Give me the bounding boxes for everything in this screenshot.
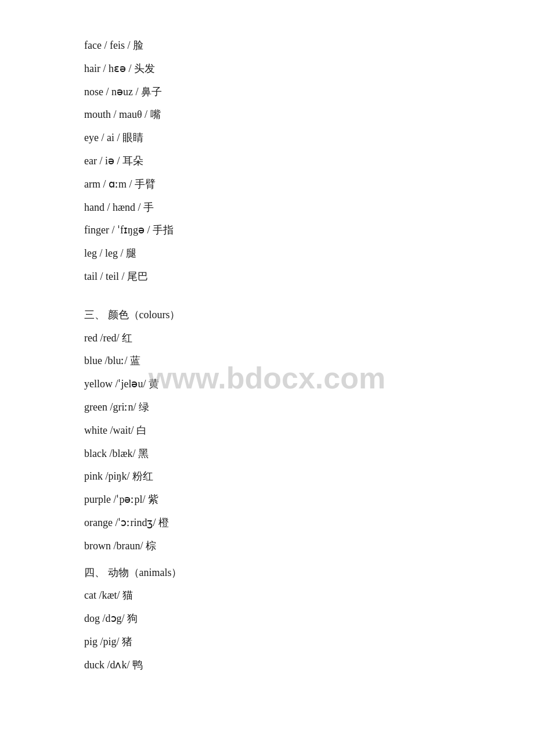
vocab-purple: purple /ˈpəːpl/ 紫 xyxy=(84,489,450,511)
vocab-arm: arm / ɑːm / 手臂 xyxy=(84,174,450,196)
vocab-duck: duck /dʌk/ 鸭 xyxy=(84,654,450,676)
vocab-green: green /griːn/ 绿 xyxy=(84,397,450,419)
vocab-pig: pig /pig/ 猪 xyxy=(84,631,450,653)
vocab-cat: cat /kæt/ 猫 xyxy=(84,585,450,607)
page-container: face / feis / 脸 hair / hɛə / 头发 nose / n… xyxy=(0,0,534,712)
vocab-white: white /wait/ 白 xyxy=(84,420,450,442)
vocab-pink: pink /piŋk/ 粉红 xyxy=(84,466,450,488)
spacer-1 xyxy=(84,289,450,300)
vocab-eye: eye / ai / 眼睛 xyxy=(84,127,450,149)
body-parts-section: face / feis / 脸 hair / hɛə / 头发 nose / n… xyxy=(84,35,450,288)
vocab-black: black /blæk/ 黑 xyxy=(84,443,450,465)
vocab-dog: dog /dɔg/ 狗 xyxy=(84,608,450,630)
vocab-mouth: mouth / mauθ / 嘴 xyxy=(84,104,450,126)
vocab-orange: orange /ˈɔːrindʒ/ 橙 xyxy=(84,512,450,534)
vocab-hand: hand / hænd / 手 xyxy=(84,197,450,219)
vocab-yellow: yellow /ˈjeləu/ 黄 xyxy=(84,373,450,395)
vocab-leg: leg / leg / 腿 xyxy=(84,243,450,265)
animals-section: 四、 动物（animals） cat /kæt/ 猫 dog /dɔg/ 狗 p… xyxy=(84,562,450,676)
vocab-tail: tail / teil / 尾巴 xyxy=(84,266,450,288)
section-animals-header: 四、 动物（animals） xyxy=(84,562,450,584)
section-colours-header: 三、 颜色（colours） xyxy=(84,304,450,326)
vocab-blue: blue /bluː/ 蓝 xyxy=(84,350,450,372)
vocab-ear: ear / iə / 耳朵 xyxy=(84,150,450,172)
vocab-hair: hair / hɛə / 头发 xyxy=(84,58,450,80)
vocab-face: face / feis / 脸 xyxy=(84,35,450,57)
vocab-brown: brown /braun/ 棕 xyxy=(84,535,450,557)
vocab-nose: nose / nəuz / 鼻子 xyxy=(84,81,450,103)
vocab-red: red /red/ 红 xyxy=(84,327,450,350)
vocab-finger: finger / ˈfɪŋgə / 手指 xyxy=(84,219,450,242)
colours-section: 三、 颜色（colours） red /red/ 红 blue /bluː/ 蓝… xyxy=(84,304,450,557)
